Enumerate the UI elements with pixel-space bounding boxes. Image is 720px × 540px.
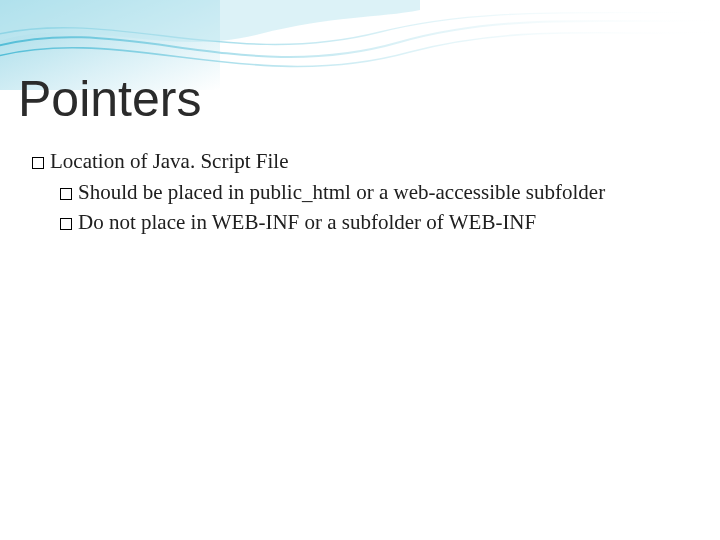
- square-bullet-icon: [32, 157, 44, 169]
- bullet-text: Should be placed in public_html or a web…: [78, 180, 605, 204]
- bullet-level2: Do not place in WEB-INF or a subfolder o…: [60, 209, 682, 236]
- bullet-level1: Location of Java. Script File: [32, 148, 682, 175]
- square-bullet-icon: [60, 188, 72, 200]
- bullet-text: Location of Java. Script File: [50, 149, 289, 173]
- square-bullet-icon: [60, 218, 72, 230]
- slide: Pointers Location of Java. Script File S…: [0, 0, 720, 540]
- bullet-text: Do not place in WEB-INF or a subfolder o…: [78, 210, 536, 234]
- slide-title: Pointers: [18, 70, 201, 128]
- slide-content: Location of Java. Script File Should be …: [32, 148, 682, 238]
- bullet-level2: Should be placed in public_html or a web…: [60, 179, 682, 206]
